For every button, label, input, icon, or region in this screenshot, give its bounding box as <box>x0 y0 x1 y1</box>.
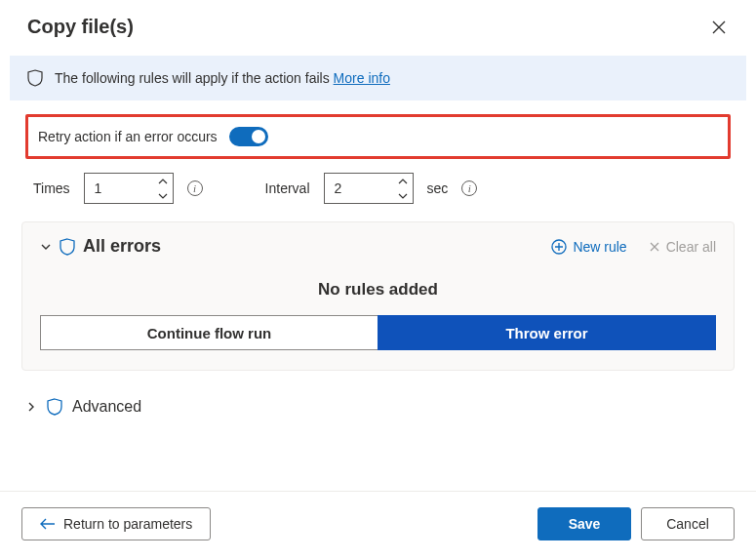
chevron-right-icon <box>25 401 37 413</box>
panel-header: All errors New rule Clear all <box>40 236 716 257</box>
retry-settings-row: Times 1 i Interval 2 sec i <box>0 159 756 204</box>
advanced-label: Advanced <box>72 398 141 416</box>
interval-label: Interval <box>265 180 310 196</box>
more-info-link[interactable]: More info <box>334 70 390 86</box>
clear-all-button: Clear all <box>649 239 716 255</box>
times-spinner-down[interactable] <box>154 188 173 203</box>
cancel-button[interactable]: Cancel <box>641 507 735 540</box>
x-icon <box>649 241 660 253</box>
new-rule-label: New rule <box>573 239 626 255</box>
info-banner: The following rules will apply if the ac… <box>10 56 746 100</box>
times-spinner-up[interactable] <box>154 174 173 188</box>
error-handling-dialog: Copy file(s) The following rules will ap… <box>0 0 756 560</box>
plus-circle-icon <box>551 239 567 255</box>
shield-icon <box>27 69 43 87</box>
interval-spinner-down[interactable] <box>394 188 413 203</box>
advanced-section-toggle[interactable]: Advanced <box>0 371 756 416</box>
continue-flow-button[interactable]: Continue flow run <box>40 315 378 350</box>
interval-spinner-up[interactable] <box>394 174 413 188</box>
retry-label: Retry action if an error occurs <box>38 129 218 144</box>
retry-toggle[interactable] <box>229 127 268 146</box>
dialog-header: Copy file(s) <box>0 0 756 48</box>
close-button[interactable] <box>709 18 729 37</box>
interval-unit: sec <box>427 180 449 196</box>
shield-icon <box>47 398 62 416</box>
return-label: Return to parameters <box>63 516 192 532</box>
dialog-footer: Return to parameters Save Cancel <box>0 491 756 560</box>
shield-icon <box>60 238 75 256</box>
close-icon <box>712 20 726 34</box>
return-to-parameters-button[interactable]: Return to parameters <box>21 507 211 540</box>
chevron-down-icon[interactable] <box>40 241 52 253</box>
arrow-left-icon <box>40 518 56 530</box>
interval-value: 2 <box>335 174 342 203</box>
all-errors-panel: All errors New rule Clear all No rules a… <box>21 221 735 371</box>
save-button[interactable]: Save <box>537 507 631 540</box>
no-rules-message: No rules added <box>40 280 716 300</box>
banner-text: The following rules will apply if the ac… <box>55 70 330 86</box>
times-input[interactable]: 1 <box>84 173 174 204</box>
toggle-knob <box>252 130 265 143</box>
error-action-buttons: Continue flow run Throw error <box>40 315 716 350</box>
times-label: Times <box>33 180 70 196</box>
times-info-icon[interactable]: i <box>187 180 203 196</box>
new-rule-button[interactable]: New rule <box>551 239 626 255</box>
dialog-title: Copy file(s) <box>27 16 709 38</box>
interval-input[interactable]: 2 <box>324 173 414 204</box>
throw-error-button[interactable]: Throw error <box>378 315 716 350</box>
all-errors-title: All errors <box>83 236 161 257</box>
retry-toggle-row: Retry action if an error occurs <box>25 114 731 159</box>
times-value: 1 <box>95 174 102 203</box>
interval-info-icon[interactable]: i <box>461 180 477 196</box>
clear-all-label: Clear all <box>666 239 716 255</box>
